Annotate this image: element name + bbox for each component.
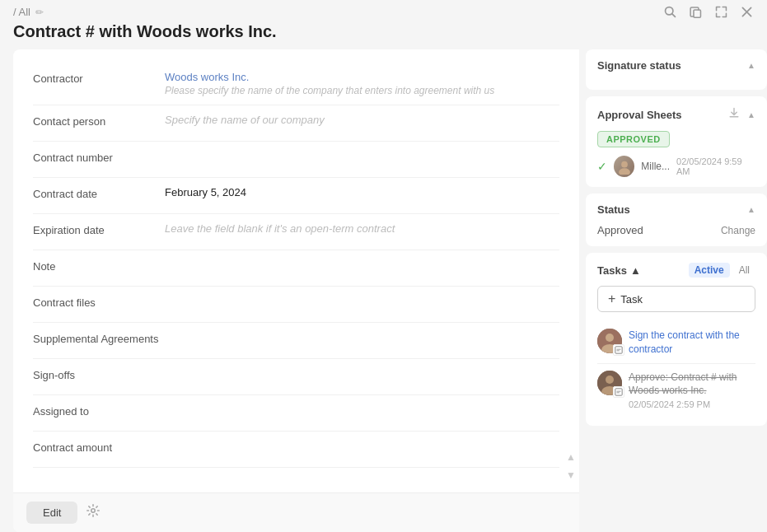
expiration-date-value[interactable]: Leave the field blank if it's an open-te…	[165, 222, 559, 235]
sign-offs-field: Sign-offs	[33, 359, 559, 395]
page-title: Contract # with Woods works Inc.	[0, 19, 767, 49]
status-title: Status	[597, 203, 630, 216]
check-icon: ✓	[597, 160, 607, 173]
contract-files-label: Contract files	[33, 295, 165, 309]
svg-rect-11	[615, 347, 622, 353]
svg-point-9	[606, 334, 614, 342]
contract-number-label: Contract number	[33, 150, 165, 164]
close-button[interactable]	[740, 5, 754, 19]
note-field: Note	[33, 250, 559, 287]
assigned-to-field: Assigned to	[33, 395, 559, 432]
search-button[interactable]	[663, 5, 677, 19]
scroll-up-button[interactable]: ▲	[564, 450, 578, 464]
expiration-date-field: Expiration date Leave the field blank if…	[33, 214, 559, 250]
contact-person-label: Contact person	[33, 114, 165, 128]
approval-row: ✓ Mille... 02/05/2024 9:59 AM	[597, 156, 755, 177]
status-section: Status ▲ Approved Change	[586, 194, 767, 246]
breadcrumb-all[interactable]: / All	[13, 6, 30, 18]
tasks-section: Tasks ▲ Active All + Task	[586, 253, 767, 426]
status-header[interactable]: Status ▲	[597, 203, 755, 216]
contract-date-field: Contract date February 5, 2024	[33, 178, 559, 214]
scroll-down-button[interactable]: ▼	[564, 468, 578, 483]
contract-amount-field: Contract amount	[33, 432, 559, 468]
fields-list: Contractor Woods works Inc. Please speci…	[13, 49, 579, 492]
settings-button[interactable]	[86, 503, 101, 522]
approval-badge: APPROVED	[597, 131, 670, 147]
edit-button[interactable]: Edit	[26, 502, 77, 524]
status-value: Approved	[597, 224, 643, 236]
task-item-2: Approve: Contract # with Woods works Inc…	[597, 364, 755, 417]
contact-person-field: Contact person Specify the name of our c…	[33, 105, 559, 142]
status-row: Approved Change	[597, 224, 755, 236]
task-item-1: Sign the contract with the contractor	[597, 322, 755, 364]
task-content-2: Approve: Contract # with Woods works Inc…	[629, 371, 755, 410]
signature-status-header[interactable]: Signature status ▲	[597, 59, 755, 72]
approver-name: Mille...	[641, 161, 670, 172]
signature-status-title: Signature status	[597, 59, 681, 72]
supplemental-agreements-label: Supplemental Agreements	[33, 331, 165, 345]
svg-rect-2	[694, 10, 701, 17]
svg-point-15	[606, 376, 614, 384]
signature-status-chevron: ▲	[747, 61, 755, 70]
svg-point-7	[619, 168, 630, 175]
contractor-placeholder: Please specify the name of the company t…	[165, 85, 559, 96]
contract-date-value[interactable]: February 5, 2024	[165, 186, 559, 198]
task-avatar-1	[597, 329, 622, 353]
task-content-1: Sign the contract with the contractor	[629, 329, 755, 357]
filter-all-button[interactable]: All	[733, 263, 755, 278]
right-panel: Signature status ▲ Approval Sheets ▲ APP…	[579, 49, 767, 532]
contact-person-value[interactable]: Specify the name of our company	[165, 114, 559, 126]
add-task-label: Task	[620, 293, 643, 306]
contractor-label: Contractor	[33, 71, 165, 85]
breadcrumb: / All ✏	[13, 6, 44, 18]
expand-button[interactable]	[714, 5, 728, 19]
svg-rect-17	[615, 388, 622, 394]
contract-number-field: Contract number	[33, 142, 559, 178]
sign-offs-label: Sign-offs	[33, 367, 165, 381]
contract-amount-label: Contract amount	[33, 440, 165, 454]
left-panel: Contractor Woods works Inc. Please speci…	[13, 49, 579, 532]
contractor-value: Woods works Inc. Please specify the name…	[165, 71, 559, 96]
expiration-date-label: Expiration date	[33, 222, 165, 236]
svg-point-6	[621, 161, 628, 168]
plus-icon: +	[608, 292, 615, 306]
assigned-to-label: Assigned to	[33, 404, 165, 418]
svg-point-5	[91, 509, 96, 513]
approval-sheets-chevron: ▲	[747, 110, 755, 119]
tasks-filter: Active All	[689, 263, 755, 278]
approval-sheets-section: Approval Sheets ▲ APPROVED ✓	[586, 96, 767, 187]
status-chevron: ▲	[747, 205, 755, 214]
task-title-1[interactable]: Sign the contract with the contractor	[629, 329, 755, 357]
edit-pencil-icon[interactable]: ✏	[35, 7, 44, 18]
task-icon-1	[613, 344, 624, 356]
change-status-button[interactable]: Change	[721, 225, 755, 236]
contract-date-label: Contract date	[33, 186, 165, 200]
approver-avatar	[614, 156, 634, 177]
tasks-chevron: ▲	[630, 264, 641, 277]
header-actions	[663, 5, 754, 19]
download-icon[interactable]	[727, 106, 741, 123]
contractor-field: Contractor Woods works Inc. Please speci…	[33, 63, 559, 105]
task-avatar-2	[597, 371, 622, 395]
signature-status-section: Signature status ▲	[586, 49, 767, 90]
approval-sheets-header[interactable]: Approval Sheets ▲	[597, 106, 755, 123]
contractor-company[interactable]: Woods works Inc.	[165, 71, 559, 83]
top-bar: / All ✏	[0, 0, 767, 19]
supplemental-agreements-field: Supplemental Agreements	[33, 323, 559, 359]
task-date-2: 02/05/2024 2:59 PM	[629, 399, 755, 409]
approval-sheets-title: Approval Sheets	[597, 109, 682, 121]
contract-files-field: Contract files	[33, 287, 559, 323]
task-title-2[interactable]: Approve: Contract # with Woods works Inc…	[629, 371, 755, 399]
filter-active-button[interactable]: Active	[689, 263, 730, 278]
svg-line-1	[672, 14, 676, 17]
task-icon-2	[613, 386, 624, 398]
tasks-label: Tasks	[597, 264, 627, 277]
left-panel-footer: Edit	[13, 492, 579, 532]
tasks-title[interactable]: Tasks ▲	[597, 264, 641, 277]
copy-button[interactable]	[689, 5, 703, 19]
tasks-header: Tasks ▲ Active All	[597, 263, 755, 278]
add-task-button[interactable]: + Task	[597, 286, 755, 312]
main-content: Contractor Woods works Inc. Please speci…	[0, 49, 767, 532]
note-label: Note	[33, 259, 165, 273]
approver-date: 02/05/2024 9:59 AM	[676, 156, 755, 176]
